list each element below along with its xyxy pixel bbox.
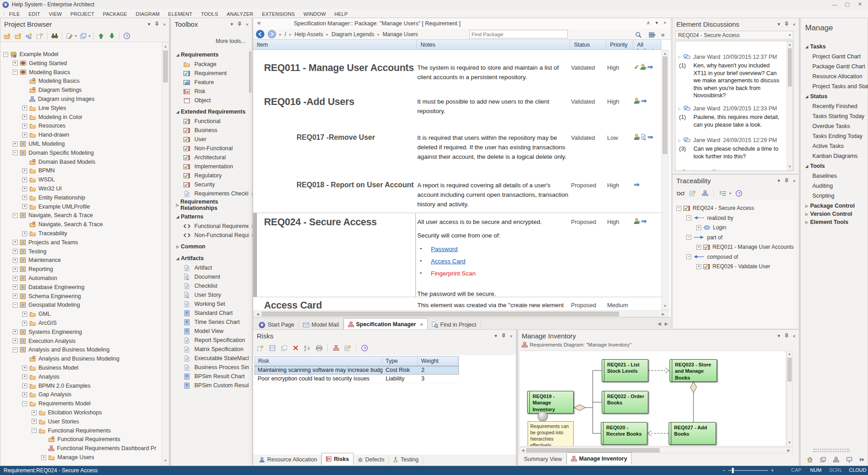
tab-testing[interactable]: Testing (389, 455, 423, 465)
documentation-button[interactable] (79, 31, 88, 40)
expand-box[interactable]: + (41, 455, 46, 460)
manage-item[interactable]: Resource Allocation (812, 73, 862, 80)
expand-box[interactable]: + (22, 392, 27, 397)
manage-item[interactable]: Recently Finished (812, 103, 857, 109)
manage-section-element-tools[interactable]: ▷Element Tools (803, 219, 849, 225)
collapse-box[interactable]: − (686, 235, 691, 240)
collapse-box[interactable]: − (32, 428, 37, 433)
more-tools-link[interactable]: More tools... (216, 38, 245, 44)
expand-box[interactable]: + (13, 285, 18, 290)
menu-edit[interactable]: EDIT (28, 11, 40, 17)
tree-item[interactable]: Diagram Settings (22, 86, 82, 95)
tree-item[interactable]: +GML (22, 309, 51, 318)
find-package-input[interactable] (469, 30, 568, 38)
tree-item[interactable]: +Automation (13, 274, 57, 283)
collapse-box[interactable]: − (13, 303, 18, 308)
manage-item[interactable]: Tasks Starting Today (812, 113, 864, 119)
tree-item[interactable]: +Reporting (13, 265, 53, 274)
diagram-canvas[interactable]: REQ021 - List Stock LevelsREQ023 - Store… (519, 351, 786, 446)
expand-box[interactable]: + (22, 374, 27, 379)
toolbox-item[interactable]: Report Specification (171, 336, 245, 345)
menu-help[interactable]: HELP (335, 11, 348, 17)
sitemap-button[interactable] (831, 455, 840, 464)
toolbox-item[interactable]: Business (171, 126, 217, 135)
forward-button[interactable] (268, 30, 276, 38)
tree-item[interactable]: +Traceability (22, 229, 67, 238)
toolbox-item[interactable]: User (171, 135, 206, 144)
dropdown-icon[interactable]: ▾ (148, 21, 151, 27)
menu-element[interactable]: ELEMENT (168, 11, 192, 17)
expand-box[interactable]: + (22, 177, 27, 182)
toolbox-item[interactable]: Working Set (171, 299, 225, 309)
tab-scroll-left-icon[interactable]: ◀ (658, 321, 661, 326)
menu-project[interactable]: PROJECT (71, 11, 94, 17)
toolbox-scrollbar[interactable] (249, 47, 252, 463)
properties-button[interactable] (343, 343, 352, 352)
diagram-requirement-box[interactable]: REQ023 - Store and Manage Books (670, 359, 717, 382)
tree-item[interactable]: +Schema Engineering (13, 292, 81, 301)
tree-item[interactable]: Functional Requirements Dashboard Pr (41, 444, 156, 453)
spec-row[interactable]: REQ016 -Add Users It must be possible to… (253, 93, 661, 129)
tab-start-page[interactable]: Start Page (255, 320, 299, 330)
dropdown-icon[interactable]: ▾ (778, 333, 780, 339)
expand-box[interactable]: + (22, 195, 27, 200)
expand-box[interactable]: + (696, 225, 701, 230)
toolbox-item[interactable]: Functional Requirements (171, 222, 257, 231)
toolbox-item[interactable]: Non-Functional (171, 144, 233, 153)
toolbox-section-extended-requirements[interactable]: ◢Extended Requirements (175, 107, 245, 117)
expand-box[interactable]: + (22, 105, 27, 110)
tree-item[interactable]: +Projects and Teams (13, 238, 78, 247)
collapse-box[interactable]: − (3, 52, 8, 57)
manage-item[interactable]: Auditing (812, 183, 833, 189)
expander-icon[interactable]: ▷ (678, 138, 681, 142)
toolbox-item[interactable]: Object (171, 96, 211, 105)
expand-box[interactable]: + (22, 124, 27, 128)
tree-item[interactable]: Navigate, Search & Trace (22, 220, 103, 229)
risks-col-risk[interactable]: Risk (255, 356, 382, 366)
collapse-box[interactable]: − (13, 347, 18, 352)
close-icon[interactable]: × (163, 22, 166, 27)
column-header-all-indicat-[interactable]: All Indicat.. (633, 40, 661, 49)
tree-item[interactable]: +Manage Users (41, 453, 94, 462)
trace-item[interactable]: −REQ024 - Secure Access (676, 204, 754, 213)
tree-item[interactable]: +WSDL (22, 175, 55, 184)
tree-item[interactable]: +Example UMLProfile (22, 202, 90, 211)
tree-item[interactable]: +UML Modeling (13, 139, 65, 148)
manage-item[interactable]: Overdue Tasks (812, 123, 850, 129)
dropdown-icon[interactable]: ▾ (231, 21, 233, 27)
tree-item[interactable]: +Elicitation Workshops (32, 408, 102, 417)
breadcrumb-item[interactable]: Diagram Legends (331, 31, 374, 38)
expand-box[interactable]: + (13, 276, 18, 281)
zoom-out-icon[interactable]: − (722, 467, 726, 474)
expand-box[interactable]: + (22, 186, 27, 191)
expand-box[interactable]: + (13, 329, 18, 334)
diagram-requirement-box[interactable]: REQ020 - Receive Books (601, 422, 647, 445)
toolbox-item[interactable]: Model View (171, 327, 223, 336)
tree-item[interactable]: +ArcGIS (22, 318, 57, 328)
expand-box[interactable]: + (13, 61, 18, 66)
help-button[interactable]: ? (360, 343, 369, 352)
tree-item[interactable]: +Systems Engineering (13, 328, 82, 337)
tree-item[interactable]: −Navigate, Search & Trace (13, 211, 93, 220)
pin-icon[interactable] (784, 22, 789, 27)
pin-icon[interactable] (784, 333, 789, 338)
pin-icon[interactable] (784, 178, 789, 183)
toolbox-item[interactable]: Architectural (171, 153, 226, 162)
create-discussion-link[interactable]: Create new Disc (682, 169, 723, 171)
trace-item[interactable]: +REQ011 - Manage User Accounts (696, 242, 794, 252)
diagram-requirement-box[interactable]: REQ019 - Manage Inventory (527, 391, 574, 413)
new-element-button[interactable] (24, 31, 33, 40)
expand-box[interactable]: + (13, 249, 18, 254)
tree-item[interactable]: +Analysis (22, 372, 60, 381)
tab-model-mail[interactable]: Model Mail (299, 320, 343, 330)
print-button[interactable] (315, 343, 324, 352)
tree-item[interactable]: +Database Engineering (13, 283, 85, 292)
manage-item[interactable]: Kanban Diagrams (812, 153, 858, 159)
tree-item[interactable]: −Geospatial Modeling (13, 300, 80, 309)
manage-item[interactable]: Scripting (812, 193, 835, 199)
risk-row[interactable]: Poor encryption could lead to security i… (255, 375, 459, 383)
toolbox-item[interactable]: Functional (171, 117, 221, 126)
tree-item[interactable]: −Functional Requirements (32, 426, 111, 435)
close-icon[interactable]: × (246, 22, 249, 27)
discussion-header[interactable]: ▷ Jane Ward 21/09/2015 12:33 PM (678, 105, 777, 112)
